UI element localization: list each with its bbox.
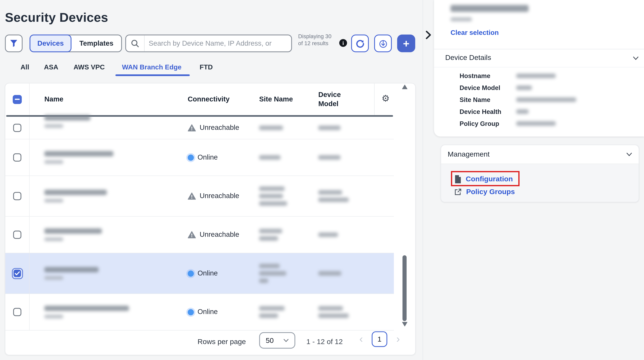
connectivity-status-text: Unreachable xyxy=(200,124,239,132)
column-header-name[interactable]: Name xyxy=(44,84,63,115)
table-settings-gear-icon[interactable]: ⚙ xyxy=(382,93,390,104)
refresh-button[interactable] xyxy=(351,35,369,52)
table-row[interactable]: Unreachable xyxy=(5,117,394,139)
warning-status-icon xyxy=(188,231,196,238)
redacted-text xyxy=(259,229,282,233)
site-name-redacted xyxy=(259,226,282,243)
rows-per-page-select[interactable]: 50 xyxy=(259,332,295,348)
redacted-text xyxy=(516,86,532,90)
configuration-link[interactable]: Configuration xyxy=(455,175,513,183)
row-checkbox[interactable] xyxy=(13,153,22,162)
scrollbar-thumb[interactable] xyxy=(402,255,406,321)
table-row[interactable]: Online xyxy=(5,294,394,330)
row-checkbox-cell xyxy=(5,217,30,253)
device-model-redacted xyxy=(318,303,349,321)
redacted-text xyxy=(44,124,63,128)
warning-status-icon xyxy=(188,124,196,132)
table-header: Name Connectivity Site Name Device Model… xyxy=(5,84,394,115)
policy-groups-link[interactable]: Policy Groups xyxy=(454,187,515,196)
next-page-icon[interactable]: › xyxy=(396,332,400,345)
column-header-site[interactable]: Site Name xyxy=(259,84,293,115)
panel-divider xyxy=(422,0,423,360)
redacted-text xyxy=(44,267,98,272)
redacted-text xyxy=(318,306,343,310)
pagination-range: 1 - 12 of 12 xyxy=(306,337,343,346)
device-name-redacted xyxy=(44,306,129,318)
redacted-text xyxy=(259,313,278,318)
redacted-text xyxy=(259,126,283,130)
tab-all[interactable]: All xyxy=(20,63,29,71)
detail-row: Device Health xyxy=(460,108,501,116)
select-all-checkbox[interactable] xyxy=(13,95,22,104)
filter-button[interactable] xyxy=(5,35,22,52)
table-row[interactable]: Unreachable xyxy=(5,217,394,253)
toggle-templates[interactable]: Templates xyxy=(72,35,121,52)
redacted-text xyxy=(259,201,287,206)
column-header-model[interactable]: Device Model xyxy=(318,84,358,115)
row-checkbox-cell xyxy=(5,253,30,294)
detail-row: Hostname xyxy=(460,72,490,80)
download-button[interactable] xyxy=(374,35,392,52)
connectivity-cell: Unreachable xyxy=(188,231,239,239)
tab-aws-vpc[interactable]: AWS VPC xyxy=(74,63,105,71)
redacted-text xyxy=(318,155,340,160)
toggle-devices[interactable]: Devices xyxy=(30,35,72,52)
table-row[interactable]: Online xyxy=(5,253,394,294)
redacted-text xyxy=(318,313,349,318)
row-checkbox[interactable] xyxy=(13,308,22,316)
table-body: UnreachableOnlineUnreachableUnreachableO… xyxy=(5,117,394,330)
row-checkbox[interactable] xyxy=(13,192,22,200)
device-summary-card: Clear selection Device Details HostnameD… xyxy=(434,0,644,137)
column-divider xyxy=(374,84,374,115)
results-count: Displaying 30 of 12 results xyxy=(298,33,334,47)
site-name-redacted xyxy=(259,303,284,321)
redacted-text xyxy=(516,98,576,102)
tab-ftd[interactable]: FTD xyxy=(200,63,213,71)
selected-device-subtitle-redacted xyxy=(450,17,472,22)
table-row[interactable]: Online xyxy=(5,139,394,176)
devices-templates-toggle: Devices Templates xyxy=(30,35,122,52)
redacted-text xyxy=(259,271,286,276)
collapse-panel-button[interactable] xyxy=(426,30,431,39)
column-divider xyxy=(29,84,30,115)
scrollbar-down-icon[interactable] xyxy=(402,322,408,326)
connectivity-status-text: Online xyxy=(198,308,218,316)
redacted-text xyxy=(44,115,90,120)
row-checkbox[interactable] xyxy=(13,231,22,239)
redacted-text xyxy=(516,121,556,126)
table-footer: Rows per page 50 1 - 12 of 12 ‹ 1 › xyxy=(5,328,415,355)
tab-asa[interactable]: ASA xyxy=(44,63,58,71)
detail-label: Site Name xyxy=(460,96,490,103)
device-search xyxy=(125,35,292,52)
row-checkbox[interactable] xyxy=(13,124,22,132)
filter-icon xyxy=(10,40,18,47)
add-device-button[interactable]: + xyxy=(397,35,415,52)
table-row[interactable]: Unreachable xyxy=(5,176,394,217)
scrollbar-up-icon[interactable] xyxy=(402,85,408,89)
previous-page-icon[interactable]: ‹ xyxy=(359,332,363,345)
clear-selection-link[interactable]: Clear selection xyxy=(450,29,499,37)
column-header-connectivity[interactable]: Connectivity xyxy=(188,84,230,115)
management-collapse-icon[interactable] xyxy=(626,152,632,156)
online-status-icon xyxy=(188,309,194,315)
detail-row: Site Name xyxy=(460,96,490,104)
connectivity-cell: Unreachable xyxy=(188,192,239,200)
connectivity-cell: Online xyxy=(188,269,218,278)
current-page-button[interactable]: 1 xyxy=(372,331,387,347)
redacted-text xyxy=(44,190,107,195)
rows-per-page-label: Rows per page xyxy=(198,337,246,346)
redacted-text xyxy=(259,306,284,310)
redacted-text xyxy=(516,109,528,114)
row-checkbox-checked[interactable] xyxy=(12,268,23,279)
redacted-text xyxy=(259,236,278,241)
search-input[interactable] xyxy=(144,39,291,48)
connectivity-cell: Online xyxy=(188,153,218,162)
site-name-redacted xyxy=(259,183,287,209)
info-icon[interactable]: i xyxy=(339,39,347,47)
refresh-icon xyxy=(356,39,364,48)
device-details-collapse-icon[interactable] xyxy=(633,56,639,60)
tab-wan-branch-edge[interactable]: WAN Branch Edge xyxy=(122,63,182,71)
redacted-text xyxy=(44,315,63,318)
detail-row: Policy Group xyxy=(460,120,499,128)
device-model-redacted xyxy=(318,123,340,133)
